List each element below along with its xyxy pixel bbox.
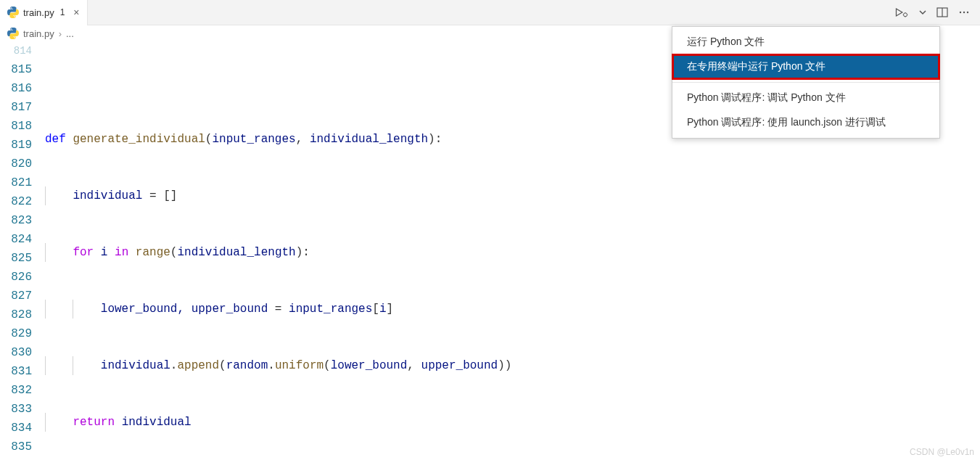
chevron-down-icon[interactable]	[919, 9, 926, 16]
run-debug-icon[interactable]	[894, 7, 909, 18]
menu-separator	[672, 82, 939, 83]
svg-point-0	[904, 13, 907, 17]
line-number: 818	[0, 117, 32, 136]
line-number: 817	[0, 98, 32, 117]
breadcrumb-rest: ...	[66, 28, 74, 39]
line-number: 830	[0, 343, 32, 362]
line-number: 829	[0, 324, 32, 343]
line-number: 825	[0, 249, 32, 268]
menu-debug-python[interactable]: Python 调试程序: 调试 Python 文件	[672, 86, 939, 110]
svg-point-4	[963, 12, 965, 13]
code-line: for i in range(individual_length):	[45, 243, 980, 262]
line-number: 834	[0, 419, 32, 438]
breadcrumb-file: train.py	[23, 28, 54, 39]
tab-bar: train.py 1 ×	[0, 0, 980, 25]
line-number: 828	[0, 305, 32, 324]
line-number: 816	[0, 79, 32, 98]
line-number: 819	[0, 136, 32, 155]
tab-modified-marker: 1	[60, 7, 65, 17]
python-icon	[7, 28, 19, 39]
tab-actions	[894, 7, 980, 18]
code-line: individual.append(random.uniform(lower_b…	[45, 356, 980, 375]
line-number: 823	[0, 211, 32, 230]
line-number: 822	[0, 192, 32, 211]
line-number: 826	[0, 268, 32, 287]
menu-run-python[interactable]: 运行 Python 文件	[672, 30, 939, 54]
more-icon[interactable]	[958, 7, 970, 18]
run-context-menu: 运行 Python 文件 在专用终端中运行 Python 文件 Python 调…	[672, 26, 940, 139]
file-tab[interactable]: train.py 1 ×	[0, 0, 88, 25]
code-line: individual = []	[45, 186, 980, 205]
tab-filename: train.py	[23, 7, 54, 18]
watermark: CSDN @Le0v1n	[910, 447, 974, 457]
line-number: 831	[0, 362, 32, 381]
line-number: 815	[0, 60, 32, 79]
line-number: 832	[0, 381, 32, 400]
line-gutter: 814 815 816 817 818 819 820 821 822 823 …	[0, 41, 45, 460]
line-number: 833	[0, 400, 32, 419]
svg-point-3	[960, 12, 961, 13]
python-icon	[7, 7, 19, 18]
code-line: lower_bound, upper_bound = input_ranges[…	[45, 300, 980, 319]
line-number: 827	[0, 287, 32, 305]
line-number: 824	[0, 230, 32, 249]
menu-run-dedicated-terminal[interactable]: 在专用终端中运行 Python 文件	[672, 54, 939, 79]
line-number: 814	[0, 41, 32, 60]
code-line: return individual	[45, 413, 980, 432]
line-number: 820	[0, 155, 32, 173]
line-number: 821	[0, 173, 32, 192]
svg-point-5	[967, 12, 968, 13]
split-editor-icon[interactable]	[936, 7, 948, 18]
chevron-right-icon: ›	[59, 28, 62, 39]
line-number: 835	[0, 438, 32, 456]
menu-debug-launch-json[interactable]: Python 调试程序: 使用 launch.json 进行调试	[672, 110, 939, 135]
close-icon[interactable]: ×	[73, 7, 79, 18]
